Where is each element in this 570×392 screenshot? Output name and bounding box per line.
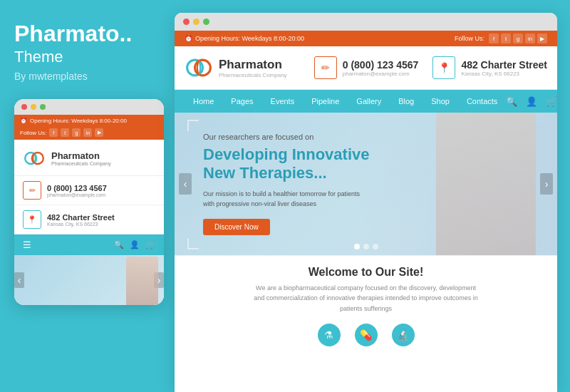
mobile-brand-sub: Pharmaceuticals Company (51, 161, 111, 166)
welcome-icon-2: 💊 (355, 324, 378, 346)
mobile-nav-icons: 🔍 👤 🛒 (114, 240, 155, 249)
ribbon-follow-label: Follow Us: (455, 35, 484, 42)
site-location-icon: 📍 (432, 56, 455, 79)
site-nav-links: Home Pages Events Pipeline Gallery Blog … (185, 90, 506, 113)
hero-discover-button[interactable]: Discover Now (203, 219, 270, 235)
mobile-phone-icon: ✏ (23, 181, 41, 200)
mobile-hero: ‹ › (14, 255, 164, 305)
site-nav: Home Pages Events Pipeline Gallery Blog … (175, 90, 557, 113)
nav-blog[interactable]: Blog (390, 90, 423, 113)
site-gplus-icon[interactable]: g (513, 33, 523, 43)
site-phone-item: ✏ 0 (800) 123 4567 pharmaton@example.com (314, 56, 419, 79)
site-twitter-icon[interactable]: t (501, 33, 511, 43)
mobile-hero-person (126, 257, 158, 305)
mobile-linkedin-icon[interactable]: in (83, 128, 92, 137)
mobile-nav-bar: ☰ 🔍 👤 🛒 (14, 234, 164, 255)
ribbon-right: Follow Us: f t g in ▶ (455, 33, 547, 43)
site-logo: Pharmaton Pharmaceuticals Company (185, 53, 287, 82)
mobile-cart-icon[interactable]: 🛒 (145, 240, 155, 249)
mobile-social-icons: f t g in ▶ (49, 128, 103, 137)
site-address-city: Kansas City, KS 66223 (461, 71, 547, 77)
hero-tagline: Our researchers are focused on (203, 133, 370, 141)
browser-top-bar (175, 13, 557, 31)
mobile-dot-yellow (31, 104, 36, 110)
nav-contacts[interactable]: Contacts (458, 90, 506, 113)
site-hero: Our researchers are focused on Developin… (175, 113, 557, 255)
site-logo-icon (185, 53, 213, 82)
site-search-icon[interactable]: 🔍 (506, 96, 517, 107)
ribbon-text: Opening Hours: Weekdays 8:00-20:00 (195, 35, 304, 42)
theme-author: By mwtemplates (14, 71, 160, 82)
site-youtube-icon[interactable]: ▶ (537, 33, 547, 43)
mobile-gplus-icon[interactable]: g (72, 128, 81, 137)
mobile-search-icon[interactable]: 🔍 (114, 240, 124, 249)
hero-nav-arrows: ‹ › (175, 173, 557, 195)
mobile-twitter-icon[interactable]: t (61, 128, 69, 137)
mobile-hero-prev[interactable]: ‹ (14, 272, 24, 288)
mobile-social-bar: Follow Us: f t g in ▶ (14, 127, 164, 140)
mobile-logo-section: Pharmaton Pharmaceuticals Company (14, 140, 164, 176)
nav-home[interactable]: Home (185, 90, 222, 113)
mobile-address-detail: 482 Charter Street Kansas City, KS 66223 (47, 213, 115, 227)
welcome-icons-row: ⚗ 💊 🔬 (203, 321, 529, 346)
mobile-dot-green (40, 104, 46, 110)
mobile-address-city: Kansas City, KS 66223 (47, 222, 115, 227)
mobile-location-icon: 📍 (23, 210, 41, 229)
mobile-top-bar (14, 99, 164, 115)
ribbon-left: ⏰ Opening Hours: Weekdays 8:00-20:00 (185, 35, 304, 42)
welcome-circle-2: 💊 (355, 324, 378, 346)
site-address-detail: 482 Charter Street Kansas City, KS 66223 (461, 59, 547, 77)
nav-pipeline[interactable]: Pipeline (303, 90, 348, 113)
mobile-follow-label: Follow Us: (20, 130, 46, 136)
site-header-contacts: ✏ 0 (800) 123 4567 pharmaton@example.com… (314, 56, 547, 79)
site-phone-email: pharmaton@example.com (343, 71, 419, 77)
nav-gallery[interactable]: Gallery (348, 90, 390, 113)
site-cart-icon[interactable]: 🛒 (546, 96, 557, 107)
site-user-icon[interactable]: 👤 (526, 96, 537, 107)
theme-subtitle: Theme (14, 48, 160, 66)
mobile-mockup: ⏰ Opening Hours: Weekdays 8:00-20:00 Fol… (14, 99, 164, 305)
site-address-item: 📍 482 Charter Street Kansas City, KS 662… (432, 56, 547, 79)
mobile-phone-detail: 0 (800) 123 4567 pharmaton@example.com (47, 184, 107, 197)
site-brand-name: Pharmaton (219, 58, 287, 72)
theme-title: Pharmato.. (14, 21, 160, 46)
browser-dot-red (183, 19, 190, 25)
mobile-ribbon-text: Opening Hours: Weekdays 8:00-20:00 (30, 118, 127, 124)
mobile-phone-email: pharmaton@example.com (47, 192, 107, 197)
mobile-logo-text: Pharmaton Pharmaceuticals Company (51, 150, 111, 166)
mobile-address-street: 482 Charter Street (47, 213, 115, 222)
hamburger-icon[interactable]: ☰ (23, 239, 31, 250)
desktop-mockup: ⏰ Opening Hours: Weekdays 8:00-20:00 Fol… (175, 13, 557, 392)
site-social-icons: f t g in ▶ (489, 33, 547, 43)
site-ribbon: ⏰ Opening Hours: Weekdays 8:00-20:00 Fol… (175, 31, 557, 46)
site-logo-text: Pharmaton Pharmaceuticals Company (219, 58, 287, 78)
nav-events[interactable]: Events (262, 90, 304, 113)
browser-dot-green (203, 19, 209, 25)
hero-prev-button[interactable]: ‹ (179, 173, 192, 195)
welcome-title: Welcome to Our Site! (203, 266, 529, 279)
mobile-youtube-icon[interactable]: ▶ (95, 128, 103, 137)
mobile-user-icon[interactable]: 👤 (130, 240, 140, 249)
mobile-address-row: 📍 482 Charter Street Kansas City, KS 662… (14, 205, 164, 234)
site-phone-detail: 0 (800) 123 4567 pharmaton@example.com (343, 59, 419, 77)
mobile-ribbon: ⏰ Opening Hours: Weekdays 8:00-20:00 (14, 115, 164, 127)
welcome-text: We are a biopharmaceutical company focus… (252, 283, 480, 314)
browser-dot-yellow (193, 19, 200, 25)
left-panel: Pharmato.. Theme By mwtemplates ⏰ Openin… (0, 0, 175, 392)
welcome-circle-3: 🔬 (392, 324, 415, 346)
clock-icon: ⏰ (20, 118, 27, 124)
site-address-street: 482 Charter Street (461, 59, 547, 71)
site-facebook-icon[interactable]: f (489, 33, 499, 43)
ribbon-clock-icon: ⏰ (185, 35, 192, 42)
mobile-phone-number: 0 (800) 123 4567 (47, 184, 107, 192)
nav-shop[interactable]: Shop (423, 90, 458, 113)
mobile-logo-icon (23, 147, 46, 170)
site-linkedin-icon[interactable]: in (525, 33, 535, 43)
welcome-icon-3: 🔬 (392, 324, 415, 346)
nav-pages[interactable]: Pages (222, 90, 261, 113)
site-phone-icon: ✏ (314, 56, 337, 79)
hero-next-button[interactable]: › (540, 173, 553, 195)
hero-dot-3[interactable] (373, 244, 378, 249)
mobile-phone-row: ✏ 0 (800) 123 4567 pharmaton@example.com (14, 176, 164, 205)
mobile-facebook-icon[interactable]: f (49, 128, 58, 137)
